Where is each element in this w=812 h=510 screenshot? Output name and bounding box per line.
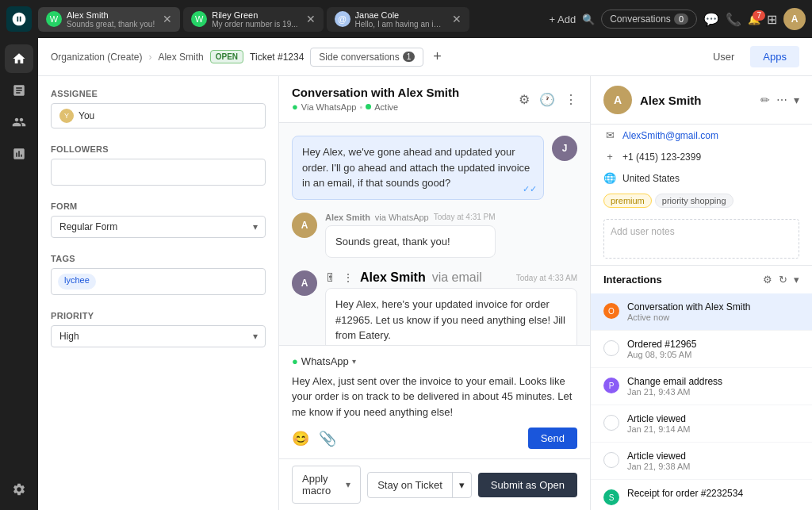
chat-button[interactable]: 💬 <box>703 12 719 27</box>
tag-priority-shopping: priority shopping <box>655 194 733 208</box>
zendesk-logo[interactable] <box>6 6 32 32</box>
notifications-button[interactable]: 🔔 7 <box>748 13 760 25</box>
apps-grid-button[interactable]: ⊞ <box>767 12 777 27</box>
nav-reports[interactable] <box>5 140 33 168</box>
tab-name-janae: Janae Cole <box>355 10 444 20</box>
conversations-button[interactable]: Conversations 0 <box>601 10 697 29</box>
interactions-title: Interactions <box>603 274 763 286</box>
form-group: Form Regular Form <box>51 201 266 238</box>
more-options-icon[interactable]: ⋮ <box>565 92 577 107</box>
assignee-avatar: Y <box>59 109 74 123</box>
message-more-icon[interactable]: ⋮ <box>343 271 354 284</box>
interaction-item-4[interactable]: Article viewed Jan 21, 9:14 AM <box>591 405 812 443</box>
add-button[interactable]: + Add <box>550 13 576 25</box>
tag-lychee: lychee <box>58 274 96 290</box>
user-more-icon[interactable]: ⋯ <box>776 94 787 106</box>
interaction-item-6[interactable]: S Receipt for order #2232534 <box>591 480 812 510</box>
tags-label: Tags <box>51 254 266 263</box>
form-select[interactable]: Regular Form <box>51 216 266 238</box>
phone-button[interactable]: 📞 <box>726 12 741 27</box>
interactions-actions: ⚙ ↻ ▾ <box>763 274 799 286</box>
compose-whatsapp-icon: ● <box>292 355 298 367</box>
notes-placeholder: Add user notes <box>611 226 675 237</box>
priority-group: Priority Low Normal High Urgent <box>51 311 266 347</box>
interaction-content-2: Ordered #12965 Aug 08, 9:05 AM <box>627 339 799 359</box>
tags-container[interactable]: lychee <box>51 268 266 295</box>
tab-close-janae[interactable]: ✕ <box>452 13 462 25</box>
priority-select[interactable]: Low Normal High Urgent <box>51 325 266 347</box>
message-via-2: via WhatsApp <box>375 213 429 222</box>
assignee-input[interactable]: Y You <box>51 103 266 128</box>
content-area: Assignee Y You Followers Form Regular Fo… <box>38 76 812 510</box>
message-bubble-1: Hey Alex, we've gone ahead and updated y… <box>292 136 544 200</box>
conversations-label: Conversations <box>610 13 671 25</box>
breadcrumb-org[interactable]: Organization (Create) <box>51 52 142 63</box>
attachment-button[interactable]: 📎 <box>319 430 336 447</box>
user-location: United States <box>622 173 680 184</box>
side-conversations-button[interactable]: Side conversations 1 <box>310 48 423 67</box>
message-text-3: Hey Alex, here's your updated invoice fo… <box>335 297 567 343</box>
interaction-sub-5: Jan 21, 9:38 AM <box>627 462 799 471</box>
interactions-refresh-icon[interactable]: ↻ <box>779 274 787 286</box>
nav-users[interactable] <box>5 108 33 136</box>
user-email[interactable]: AlexSmith@gmail.com <box>622 130 718 141</box>
message-author-2: Alex Smith <box>325 213 370 222</box>
collapse-panel-icon[interactable]: ▾ <box>794 94 799 106</box>
followers-group: Followers <box>51 144 266 186</box>
search-button[interactable]: 🔍 <box>582 13 595 25</box>
edit-user-icon[interactable]: ✏ <box>760 94 770 106</box>
channel-selector[interactable]: ● WhatsApp ▾ <box>292 355 356 367</box>
emoji-button[interactable]: 😊 <box>292 430 309 447</box>
conversation-header-actions: ⚙ 🕐 ⋮ <box>519 92 577 107</box>
tab-janae-cole[interactable]: @ Janae Cole Hello, I am having an is...… <box>327 7 469 32</box>
tab-sub-alex: Sounds great, thank you! <box>67 20 155 29</box>
interaction-item-2[interactable]: Ordered #12965 Aug 08, 9:05 AM <box>591 331 812 368</box>
tab-sub-riley: My order number is 19... <box>212 20 297 29</box>
send-button[interactable]: Send <box>528 428 577 449</box>
topbar-actions: + Add 🔍 Conversations 0 💬 📞 🔔 7 ⊞ A <box>550 8 806 30</box>
interactions-filter-icon[interactable]: ⚙ <box>763 274 772 286</box>
stay-ticket-chevron-icon[interactable]: ▾ <box>453 473 471 497</box>
message-tune-icon[interactable]: 🎚 <box>325 271 336 284</box>
compose-toolbar: ● WhatsApp ▾ <box>292 355 577 367</box>
tab-user[interactable]: User <box>700 46 747 67</box>
interaction-item-3[interactable]: P Change email address Jan 21, 9:43 AM <box>591 368 812 405</box>
user-header-actions: ✏ ⋯ ▾ <box>760 94 799 106</box>
messages-container: J Hey Alex, we've gone ahead and updated… <box>279 123 590 345</box>
interaction-dot-2 <box>603 340 619 356</box>
nav-settings[interactable] <box>5 475 33 504</box>
priority-select-wrapper: Low Normal High Urgent <box>51 325 266 347</box>
message-row-1: J Hey Alex, we've gone ahead and updated… <box>292 136 577 200</box>
nav-tickets[interactable] <box>5 76 33 105</box>
followers-input[interactable] <box>51 159 266 186</box>
message-time-2: Today at 4:31 PM <box>434 213 496 221</box>
nav-home[interactable] <box>5 44 33 73</box>
history-icon[interactable]: 🕐 <box>539 92 555 107</box>
sidebar-nav <box>0 38 38 510</box>
tab-close-alex[interactable]: ✕ <box>163 13 172 25</box>
tab-close-riley[interactable]: ✕ <box>306 13 316 25</box>
macro-chevron-icon: ▾ <box>346 479 350 490</box>
interactions-collapse-icon[interactable]: ▾ <box>794 274 799 286</box>
user-notes-field[interactable]: Add user notes <box>603 219 799 259</box>
message-text-2: Sounds great, thank you! <box>335 236 450 247</box>
interaction-item-1[interactable]: O Conversation with Alex Smith Active no… <box>591 293 812 331</box>
tab-riley-green[interactable]: W Riley Green My order number is 19... ✕ <box>183 7 323 32</box>
breadcrumb-user[interactable]: Alex Smith <box>158 52 203 63</box>
tab-alex-smith[interactable]: W Alex Smith Sounds great, thank you! ✕ <box>38 7 180 32</box>
filter-icon[interactable]: ⚙ <box>519 92 530 107</box>
phone-icon: + <box>603 151 616 163</box>
interaction-item-5[interactable]: Article viewed Jan 21, 9:38 AM <box>591 443 812 480</box>
subheader: Organization (Create) › Alex Smith OPEN … <box>38 38 812 76</box>
assignee-label: Assignee <box>51 89 266 98</box>
submit-as-open-button[interactable]: Submit as Open <box>478 473 577 497</box>
compose-text-area[interactable]: Hey Alex, just sent over the invoice to … <box>292 374 577 420</box>
stay-on-ticket-button[interactable]: Stay on Ticket ▾ <box>367 472 472 498</box>
tab-apps[interactable]: Apps <box>750 46 799 67</box>
apply-macro-selector[interactable]: Apply macro ▾ <box>292 466 361 504</box>
compose-channel-chevron: ▾ <box>352 357 356 366</box>
globe-icon: 🌐 <box>603 172 616 184</box>
add-tab-button[interactable]: + <box>433 48 442 65</box>
user-avatar-topbar[interactable]: A <box>783 8 806 30</box>
tab-content-janae: Janae Cole Hello, I am having an is... <box>355 10 444 29</box>
